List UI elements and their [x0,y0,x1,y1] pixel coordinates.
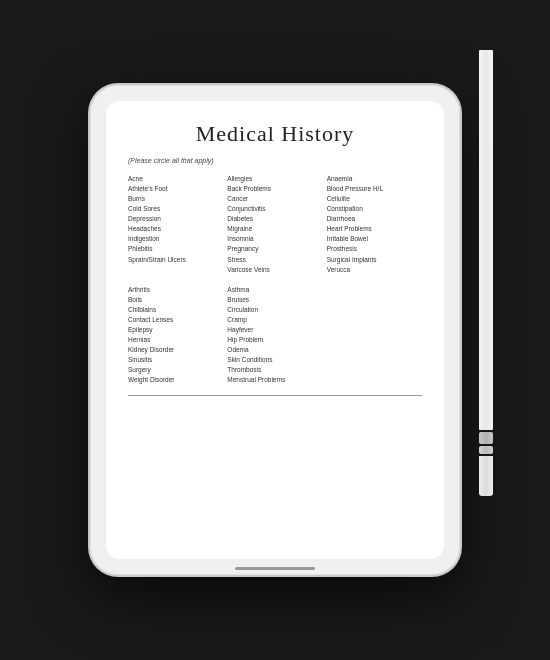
document-content: Medical History (Please circle all that … [106,101,444,559]
list-item: Epilepsy [128,325,223,335]
column-5: Asthma Bruises Circulation Cramp Hayfeve… [227,285,322,386]
list-item: Migraine [227,224,322,234]
section-one: Acne Athlete's Foot Burns Cold Sores Dep… [128,174,422,275]
list-item: Anaemia [327,174,422,184]
ipad-device: Medical History (Please circle all that … [90,85,460,575]
home-indicator [235,567,315,570]
list-item: Depression [128,214,223,224]
pencil-band2 [479,446,493,454]
list-item: Surgery [128,365,223,375]
list-item: Hernias [128,335,223,345]
list-item: Diabetes [227,214,322,224]
list-item: Conjunctivitis [227,204,322,214]
list-item: Hayfever [227,325,322,335]
list-item: Prosthesis [327,244,422,254]
list-item: Allergies [227,174,322,184]
list-item: Cancer [227,194,322,204]
column-3: Anaemia Blood Pressure H/L Cellulite Con… [327,174,422,275]
document-title: Medical History [128,121,422,147]
list-item: Bruises [227,295,322,305]
list-item: Thrombosis [227,365,322,375]
list-item: Athlete's Foot [128,184,223,194]
column-4: Arthritis Boils Chilblains Contact Lense… [128,285,223,386]
list-item: Burns [128,194,223,204]
column-1: Acne Athlete's Foot Burns Cold Sores Dep… [128,174,223,275]
list-item: Odema [227,345,322,355]
column-2: Allergies Back Problems Cancer Conjuncti… [227,174,322,275]
list-item: Back Problems [227,184,322,194]
list-item: Contact Lenses [128,315,223,325]
pencil-end [479,456,493,496]
list-item: Arthritis [128,285,223,295]
list-item: Kidney Disorder [128,345,223,355]
list-item: Constipation [327,204,422,214]
list-item: Cramp [227,315,322,325]
apple-pencil [477,50,495,550]
pencil-body [479,50,493,430]
list-item: Stress [227,255,322,265]
list-item: Varicose Veins [227,265,322,275]
list-item: Weight Disorder [128,375,223,385]
list-item: Sinusitis [128,355,223,365]
list-item: Irritable Bowel [327,234,422,244]
list-item: Surgical Implants [327,255,422,265]
list-item: Circulation [227,305,322,315]
list-item: Chilblains [128,305,223,315]
list-item: Cold Sores [128,204,223,214]
pencil-band [479,432,493,444]
list-item: Menstrual Problems [227,375,322,385]
ipad-screen: Medical History (Please circle all that … [106,101,444,559]
section-divider [128,395,422,396]
list-item: Skin Conditions [227,355,322,365]
list-item: Heart Problems [327,224,422,234]
list-item: Hip Problem [227,335,322,345]
list-item: Boils [128,295,223,305]
list-item: Headaches [128,224,223,234]
document-subtitle: (Please circle all that apply) [128,157,422,164]
list-item: Cellulite [327,194,422,204]
section-two: Arthritis Boils Chilblains Contact Lense… [128,285,422,386]
scene: Medical History (Please circle all that … [35,30,515,630]
list-item: Blood Pressure H/L [327,184,422,194]
list-item: Insomnia [227,234,322,244]
column-6 [327,285,422,386]
list-item: Asthma [227,285,322,295]
list-item: Diarrhoea [327,214,422,224]
list-item: Pregnancy [227,244,322,254]
list-item: Phlebitis [128,244,223,254]
list-item: Indigestion [128,234,223,244]
list-item: Acne [128,174,223,184]
list-item: Verucca [327,265,422,275]
list-item: Sprain/Strain Ulcers [128,255,223,265]
